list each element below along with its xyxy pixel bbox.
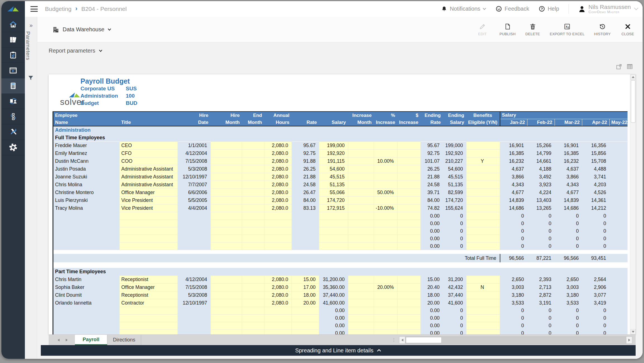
increase_month-cell[interactable]	[348, 142, 374, 150]
help-button[interactable]: ? Help	[539, 6, 559, 12]
increase_month-cell[interactable]	[348, 299, 374, 307]
end_month-cell[interactable]	[242, 275, 264, 283]
increase_month-cell[interactable]	[348, 157, 374, 165]
increase_month-cell[interactable]	[348, 291, 374, 299]
annual_hours-cell[interactable]: 2,080.0	[264, 150, 292, 157]
grid-view-icon[interactable]	[626, 63, 633, 71]
title-cell[interactable]: Receptionist	[120, 275, 178, 283]
pct_increase-cell[interactable]: 10.00%	[374, 157, 397, 165]
pct_increase-cell[interactable]: 50.00%	[374, 189, 397, 197]
increase_month-cell[interactable]	[348, 181, 374, 189]
increase_month-cell[interactable]	[348, 150, 374, 157]
dollar_increase-cell[interactable]	[397, 227, 421, 235]
hire_month-cell[interactable]	[211, 235, 242, 242]
end_month-cell[interactable]	[242, 197, 264, 204]
dollar_increase-cell[interactable]	[397, 157, 421, 165]
increase_month-cell[interactable]	[348, 197, 374, 204]
tab-directions[interactable]: Directions	[107, 335, 141, 345]
annual_hours-cell[interactable]	[264, 314, 292, 322]
end_month-cell[interactable]	[242, 157, 264, 165]
salary-cell[interactable]: 199,000	[319, 142, 348, 150]
scroll-right-button[interactable]	[626, 336, 632, 344]
end_month-cell[interactable]	[242, 307, 264, 314]
title-cell[interactable]	[120, 212, 178, 220]
increase_month-cell[interactable]	[348, 242, 374, 250]
rate-cell[interactable]: 18.00	[292, 291, 319, 299]
spreading-details-bar[interactable]: Spreading and Line item details	[41, 345, 636, 356]
hire_month-cell[interactable]	[211, 275, 242, 283]
annual_hours-cell[interactable]: 2,080.0	[264, 204, 292, 212]
dollar_increase-cell[interactable]	[397, 173, 421, 181]
salary-cell[interactable]	[319, 220, 348, 227]
end_month-cell[interactable]	[242, 204, 264, 212]
end_month-cell[interactable]	[242, 322, 264, 329]
annual_hours-cell[interactable]	[264, 227, 292, 235]
user-menu[interactable]: Nils Rasmussen CorpDemo Master	[578, 4, 639, 14]
pct_increase-cell[interactable]	[374, 314, 397, 322]
sidebar-item-reports[interactable]	[1, 63, 25, 78]
notifications-button[interactable]: Notifications	[441, 6, 486, 12]
benefits_eligible-cell[interactable]	[467, 142, 500, 150]
dollar_increase-cell[interactable]	[397, 197, 421, 204]
annual_hours-cell[interactable]: 2,080.0	[264, 197, 292, 204]
salary-cell[interactable]: 54,600	[319, 165, 348, 173]
benefits_eligible-cell[interactable]	[467, 204, 500, 212]
benefits_eligible-cell[interactable]	[467, 275, 500, 283]
annual_hours-cell[interactable]: 2,080.0	[264, 173, 292, 181]
pct_increase-cell[interactable]	[374, 275, 397, 283]
title-cell[interactable]: Office Manager	[120, 283, 178, 291]
sidebar-item-settings[interactable]	[1, 140, 25, 155]
horizontal-scroll-thumb[interactable]	[406, 337, 442, 343]
scroll-left-button[interactable]	[399, 336, 405, 344]
end_month-cell[interactable]	[242, 189, 264, 197]
publish-button[interactable]: PUBLISH	[499, 23, 516, 36]
hire_month-cell[interactable]	[211, 157, 242, 165]
dollar_increase-cell[interactable]	[397, 189, 421, 197]
benefits_eligible-cell[interactable]	[467, 165, 500, 173]
hire_month-cell[interactable]	[211, 299, 242, 307]
title-cell[interactable]: Office Manager	[120, 189, 178, 197]
salary-cell[interactable]	[319, 235, 348, 242]
rate-cell[interactable]	[292, 314, 319, 322]
expand-parameters-icon[interactable]: »	[25, 22, 37, 29]
hire_month-cell[interactable]	[211, 142, 242, 150]
filter-icon[interactable]	[28, 75, 34, 82]
annual_hours-cell[interactable]	[264, 322, 292, 329]
benefits_eligible-cell[interactable]	[467, 220, 500, 227]
salary-cell[interactable]: 45,515	[319, 173, 348, 181]
pct_increase-cell[interactable]	[374, 212, 397, 220]
title-cell[interactable]: Vice President	[120, 204, 178, 212]
increase_month-cell[interactable]	[348, 322, 374, 329]
dollar_increase-cell[interactable]	[397, 291, 421, 299]
salary-cell[interactable]: 172,915	[319, 204, 348, 212]
title-cell[interactable]	[120, 227, 178, 235]
app-logo[interactable]	[1, 1, 25, 17]
tab-scroll-left-icon[interactable]	[58, 339, 60, 341]
annual_hours-cell[interactable]	[264, 235, 292, 242]
dollar_increase-cell[interactable]	[397, 220, 421, 227]
report-parameters-toggle[interactable]: Report parameters	[37, 43, 103, 59]
benefits_eligible-cell[interactable]	[467, 173, 500, 181]
rate-cell[interactable]	[292, 322, 319, 329]
rate-cell[interactable]: 15.00	[292, 275, 319, 283]
benefits_eligible-cell[interactable]	[467, 235, 500, 242]
hire_month-cell[interactable]	[211, 197, 242, 204]
annual_hours-cell[interactable]: 2,080.0	[264, 142, 292, 150]
end_month-cell[interactable]	[242, 314, 264, 322]
title-cell[interactable]	[120, 307, 178, 314]
benefits_eligible-cell[interactable]	[467, 307, 500, 314]
dollar_increase-cell[interactable]	[397, 235, 421, 242]
rate-cell[interactable]: 17.00	[292, 283, 319, 291]
hire_month-cell[interactable]	[211, 307, 242, 314]
annual_hours-cell[interactable]	[264, 220, 292, 227]
salary-cell[interactable]: 192,920	[319, 150, 348, 157]
benefits_eligible-cell[interactable]: N	[467, 283, 500, 291]
title-cell[interactable]: Vice President	[120, 197, 178, 204]
increase_month-cell[interactable]	[348, 314, 374, 322]
menu-icon[interactable]	[30, 6, 38, 12]
pct_increase-cell[interactable]	[374, 150, 397, 157]
increase_month-cell[interactable]	[348, 329, 374, 334]
hire_month-cell[interactable]	[211, 283, 242, 291]
title-cell[interactable]: CEO	[120, 142, 178, 150]
salary-cell[interactable]: 55,066	[319, 189, 348, 197]
